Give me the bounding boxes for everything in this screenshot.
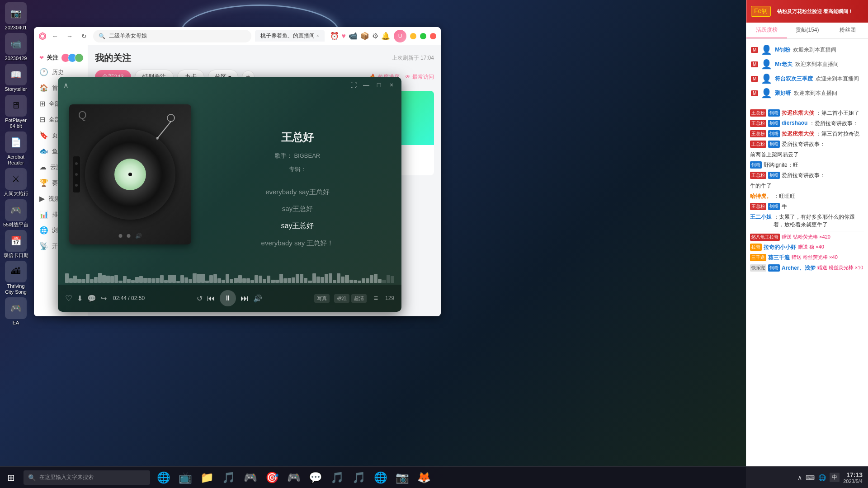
standard-quality-button[interactable]: 标准	[334, 294, 349, 303]
wave-segment-38[interactable]	[222, 280, 225, 283]
address-bar[interactable]: 🔍 二级单杀女母娘	[93, 30, 251, 42]
wave-segment-12[interactable]	[114, 275, 118, 283]
mp-close-button[interactable]: ×	[387, 80, 396, 89]
wave-segment-65[interactable]	[333, 280, 336, 283]
vinyl-ctrl-dot-1[interactable]	[119, 234, 123, 238]
mp-fullscreen-icon[interactable]: ⛶	[349, 80, 358, 89]
close-button[interactable]	[430, 33, 436, 39]
wave-segment-60[interactable]	[312, 273, 316, 283]
wave-segment-8[interactable]	[98, 273, 102, 283]
desktop-icon-20230406[interactable]: 🖥 PotPlayer 64 bit	[2, 95, 29, 129]
tray-clock[interactable]: 17:13 2023/5/4	[843, 471, 863, 484]
wave-segment-57[interactable]	[300, 274, 303, 283]
wave-segment-30[interactable]	[189, 279, 192, 283]
wave-segment-6[interactable]	[90, 279, 94, 283]
icon-video[interactable]: 📹	[349, 32, 358, 40]
wave-segment-45[interactable]	[250, 280, 254, 283]
wave-segment-1[interactable]	[69, 278, 73, 283]
wave-segment-43[interactable]	[242, 278, 246, 283]
like-button[interactable]: ♡	[65, 293, 72, 303]
desktop-icon-storyteller[interactable]: 📖 Storyteller	[2, 64, 29, 92]
wave-segment-35[interactable]	[209, 275, 213, 283]
tb-app-bilibili[interactable]: 📺	[175, 468, 195, 488]
wave-segment-56[interactable]	[296, 274, 299, 283]
wave-segment-3[interactable]	[77, 279, 81, 283]
wave-segment-40[interactable]	[230, 279, 233, 283]
lyrics-photo-button[interactable]: 写真	[314, 294, 330, 303]
wave-segment-34[interactable]	[205, 281, 209, 283]
tray-ime[interactable]: 中	[830, 473, 840, 482]
tray-network[interactable]: 🌐	[818, 474, 826, 481]
wave-segment-52[interactable]	[279, 274, 283, 283]
wave-segment-14[interactable]	[123, 276, 127, 283]
rp-tab-contribution[interactable]: 贡献(154)	[787, 23, 828, 38]
wave-segment-76[interactable]	[378, 279, 382, 283]
desktop-icon-55v[interactable]: 🎮 55对战平台	[2, 199, 29, 228]
wave-segment-42[interactable]	[238, 275, 242, 283]
wave-segment-31[interactable]	[193, 273, 196, 283]
tb-app-game1[interactable]: 🎮	[241, 468, 260, 488]
tray-expand[interactable]: ∧	[797, 474, 802, 481]
tray-keyboard[interactable]: ⌨	[806, 474, 815, 481]
wave-segment-67[interactable]	[341, 277, 344, 283]
wave-segment-17[interactable]	[135, 277, 139, 283]
refresh-button[interactable]: ↻	[79, 31, 90, 42]
forward-button[interactable]: →	[64, 31, 75, 42]
icon-bell[interactable]: 🔔	[381, 32, 390, 40]
wave-segment-58[interactable]	[304, 278, 307, 283]
wave-segment-26[interactable]	[172, 275, 176, 283]
rp-tab-active[interactable]: 活跃度榜	[746, 23, 787, 38]
tab-1[interactable]: 桃子养着鱼、的直播间 ×	[255, 30, 325, 42]
wave-segment-72[interactable]	[362, 278, 365, 283]
wave-segment-11[interactable]	[110, 276, 114, 283]
tb-app-steam[interactable]: 🎯	[262, 468, 282, 488]
tb-app-game2[interactable]: 🎮	[284, 468, 304, 488]
wave-segment-78[interactable]	[387, 275, 390, 283]
wave-segment-39[interactable]	[226, 274, 229, 283]
wave-segment-36[interactable]	[213, 274, 217, 283]
hd-quality-button[interactable]: 超清	[351, 294, 367, 303]
icon-box[interactable]: 📦	[360, 32, 369, 40]
download-button[interactable]: ⬇	[77, 294, 83, 303]
wave-segment-50[interactable]	[271, 280, 274, 283]
tb-app-netease[interactable]: 🎵	[327, 468, 347, 488]
desktop-icon-renjian[interactable]: ⚔ 人间大炮行	[2, 168, 29, 197]
mp-minimize-button[interactable]: —	[362, 80, 371, 89]
wave-segment-75[interactable]	[374, 274, 377, 283]
comment-button[interactable]: 💬	[87, 294, 96, 303]
wave-segment-61[interactable]	[316, 277, 320, 283]
wave-segment-49[interactable]	[267, 276, 270, 283]
icon-heart[interactable]: ♥	[342, 32, 346, 40]
wave-segment-64[interactable]	[329, 273, 332, 283]
wave-segment-66[interactable]	[337, 273, 340, 283]
wave-segment-29[interactable]	[184, 277, 188, 283]
wave-segment-19[interactable]	[143, 278, 147, 283]
wave-segment-10[interactable]	[106, 276, 110, 283]
maximize-button[interactable]	[420, 33, 426, 39]
wave-segment-23[interactable]	[160, 275, 164, 283]
wave-segment-5[interactable]	[86, 274, 90, 283]
tb-app-browser[interactable]: 🌐	[371, 468, 391, 488]
pause-button[interactable]: ⏸	[220, 290, 236, 306]
tb-app-spotify[interactable]: 🎵	[219, 468, 239, 488]
wave-segment-24[interactable]	[164, 280, 168, 283]
wave-segment-68[interactable]	[345, 275, 349, 283]
tb-app-edge[interactable]: 🌐	[154, 468, 174, 488]
wave-segment-46[interactable]	[255, 275, 258, 283]
wave-segment-13[interactable]	[118, 281, 122, 283]
wave-segment-2[interactable]	[73, 276, 77, 283]
tab-1-close[interactable]: ×	[316, 33, 319, 38]
wave-segment-71[interactable]	[358, 281, 361, 283]
user-avatar[interactable]: U	[394, 30, 406, 42]
icon-settings[interactable]: ⚙	[372, 32, 378, 40]
wave-segment-63[interactable]	[325, 274, 328, 283]
tb-app-explorer[interactable]: 📁	[197, 468, 217, 488]
start-button[interactable]: ⊞	[0, 467, 22, 488]
desktop-icon-acrobat[interactable]: 📄 Acrobat Reader	[2, 131, 29, 166]
wave-segment-16[interactable]	[131, 280, 135, 283]
next-button[interactable]: ⏭	[241, 294, 249, 303]
wave-segment-4[interactable]	[81, 279, 85, 283]
mp-maximize-button[interactable]: □	[374, 80, 383, 89]
wave-segment-32[interactable]	[197, 274, 201, 283]
minimize-button[interactable]	[410, 33, 416, 39]
